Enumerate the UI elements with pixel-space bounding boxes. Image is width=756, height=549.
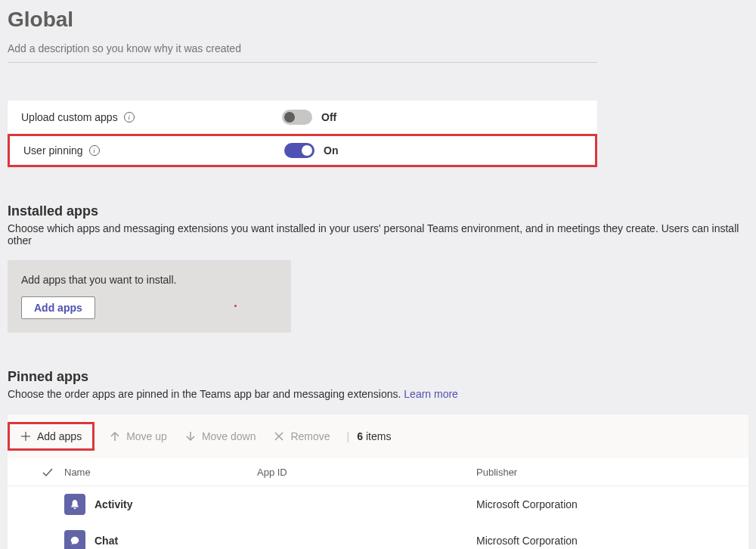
item-count: 6 items	[357, 430, 391, 442]
installed-apps-desc: Choose which apps and messaging extensio…	[8, 222, 748, 247]
chat-icon	[64, 530, 85, 549]
info-icon[interactable]: i	[124, 112, 135, 123]
pinned-apps-heading: Pinned apps	[8, 369, 748, 385]
setting-upload-custom-apps: Upload custom apps i Off	[8, 101, 597, 134]
installed-apps-heading: Installed apps	[8, 203, 748, 219]
description-input[interactable]	[8, 42, 597, 54]
x-icon	[274, 431, 284, 442]
table-row[interactable]: Chat Microsoft Corporation	[8, 523, 748, 549]
select-all-checkmark[interactable]	[30, 466, 64, 478]
info-icon[interactable]: i	[89, 145, 100, 156]
activity-icon	[64, 494, 85, 515]
toggle-upload-custom-apps[interactable]	[282, 110, 312, 125]
description-field-row	[8, 38, 597, 63]
add-apps-button-pinned[interactable]: Add apps	[11, 426, 91, 447]
pinned-apps-toolbar: Add apps Move up Move down Remove | 6 it…	[8, 414, 748, 458]
setting-label: User pinning	[23, 144, 83, 157]
column-name[interactable]: Name	[64, 467, 257, 478]
arrow-down-icon	[185, 431, 196, 442]
app-name: Chat	[94, 535, 118, 547]
toggle-state-text: On	[324, 144, 338, 157]
table-row[interactable]: Activity Microsoft Corporation	[8, 486, 748, 523]
publisher-cell: Microsoft Corporation	[476, 535, 748, 547]
pinned-apps-table: Name App ID Publisher Activity Microsoft…	[8, 458, 748, 549]
toolbar-divider: |	[347, 430, 350, 442]
setting-user-pinning: User pinning i On	[8, 134, 597, 167]
install-card-text: Add apps that you want to install.	[21, 274, 277, 286]
page-title: Global	[8, 8, 748, 32]
publisher-cell: Microsoft Corporation	[476, 498, 748, 510]
column-appid[interactable]: App ID	[257, 467, 476, 478]
settings-card: Upload custom apps i Off User pinning i …	[8, 101, 597, 167]
move-up-button: Move up	[101, 426, 176, 447]
setting-label: Upload custom apps	[21, 111, 118, 123]
learn-more-link[interactable]: Learn more	[404, 388, 458, 400]
table-header: Name App ID Publisher	[8, 458, 748, 486]
add-apps-button-installed[interactable]: Add apps	[21, 296, 95, 319]
move-down-button: Move down	[176, 426, 265, 447]
plus-icon	[20, 431, 31, 442]
remove-button: Remove	[265, 426, 339, 447]
add-apps-highlight: Add apps	[8, 422, 94, 451]
arrow-up-icon	[110, 431, 120, 442]
column-publisher[interactable]: Publisher	[476, 467, 748, 478]
red-dot-indicator	[234, 305, 237, 307]
toggle-user-pinning[interactable]	[284, 143, 314, 158]
pinned-apps-desc: Choose the order apps are pinned in the …	[8, 388, 748, 400]
app-name: Activity	[94, 498, 133, 510]
install-card: Add apps that you want to install. Add a…	[8, 260, 291, 333]
toggle-state-text: Off	[321, 111, 336, 123]
